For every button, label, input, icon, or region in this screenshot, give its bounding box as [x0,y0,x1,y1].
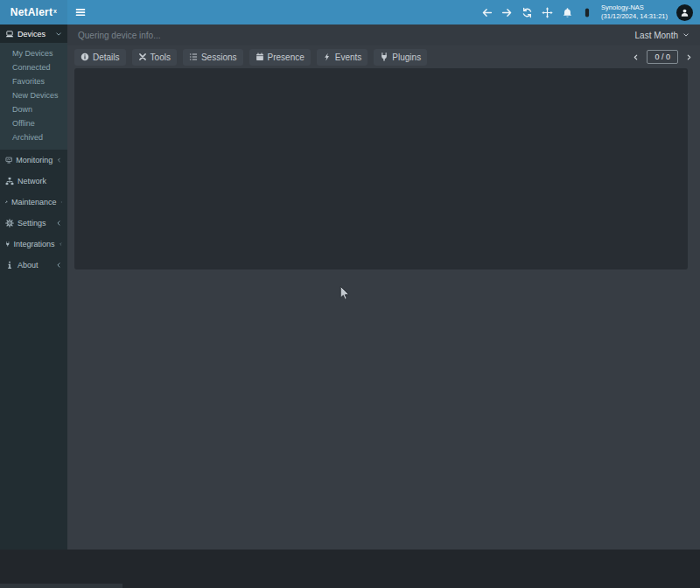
pagination: 0 / 0 [632,50,693,64]
sidebar-item-network[interactable]: Network [0,171,67,192]
tab-events[interactable]: Events [317,49,368,66]
sidebar-item-label: Integrations [14,240,55,248]
gear-icon [5,219,14,228]
tab-plugins[interactable]: Plugins [374,49,427,66]
top-navbar: Synology-NAS (31/12/2024, 14:31:21) [67,0,700,24]
plug-icon [380,52,388,61]
page-prev-icon[interactable] [632,53,640,61]
chart-icon [5,156,12,164]
plug-icon [5,240,10,248]
calendar-icon [256,52,264,61]
sidebar-item-about[interactable]: About [0,255,67,276]
app-logo[interactable]: NetAlertx [0,0,67,24]
back-icon[interactable] [481,7,493,18]
tab-presence[interactable]: Presence [249,49,311,66]
query-row: Quering device info... Last Month [67,24,700,46]
network-icon [5,177,14,186]
tab-label: Details [93,52,120,62]
info-icon [5,261,14,270]
devices-submenu: My Devices Connected Favorites New Devic… [0,43,67,150]
navbar-right-group: Synology-NAS (31/12/2024, 14:31:21) [481,4,693,21]
chevron-down-icon [682,32,690,38]
wrench-icon [5,198,8,206]
sidebar-item-devices[interactable]: Devices [0,24,67,43]
sidebar-item-my-devices[interactable]: My Devices [0,46,67,60]
sidebar-item-monitoring[interactable]: Monitoring [0,150,67,171]
user-avatar[interactable] [676,4,693,21]
main-content: Quering device info... Last Month Detail… [67,24,700,550]
period-selector-value: Last Month [635,31,678,40]
chevron-down-icon [55,31,62,38]
sidebar-item-label: About [18,261,38,270]
sidebar: Devices My Devices Connected Favorites N… [0,24,67,550]
tab-sessions[interactable]: Sessions [183,49,243,66]
sidebar-item-maintenance[interactable]: Maintenance [0,192,67,213]
tab-content-panel [74,68,688,270]
sidebar-toggle-button[interactable] [74,6,87,18]
period-selector[interactable]: Last Month [635,31,690,40]
sidebar-item-label: Maintenance [11,198,57,206]
page-footer [0,550,700,588]
page-counter: 0 / 0 [647,50,678,64]
sidebar-item-integrations[interactable]: Integrations [0,234,67,255]
tools-icon [138,52,147,61]
sidebar-item-label: Monitoring [16,156,52,164]
tab-label: Tools [150,52,171,62]
tab-label: Sessions [201,52,237,62]
chevron-left-icon [60,199,62,206]
bolt-icon [323,52,332,61]
laptop-icon [5,30,14,38]
device-name: Synology-NAS [601,4,668,12]
forward-icon[interactable] [501,7,513,18]
sidebar-item-settings[interactable]: Settings [0,213,67,234]
tab-label: Presence [268,52,304,62]
top-header: NetAlertx Synology-NAS (31/12/2024, 14:3… [0,0,700,24]
bell-icon[interactable] [562,7,573,18]
sidebar-item-new-devices[interactable]: New Devices [0,88,67,102]
chevron-left-icon [55,220,62,227]
device-timestamp: (31/12/2024, 14:31:21) [601,12,668,21]
mouse-cursor [340,285,350,302]
chevron-left-icon [59,241,62,248]
page-next-icon[interactable] [685,53,693,61]
device-icon [582,6,592,19]
sidebar-item-archived[interactable]: Archived [0,130,67,144]
tab-tools[interactable]: Tools [132,49,177,66]
query-status-text: Quering device info... [78,31,161,40]
chevron-left-icon [56,157,62,164]
sidebar-item-label: Settings [18,219,46,228]
tab-label: Events [335,52,362,62]
chevron-left-icon [55,262,62,269]
app-logo-sup: x [53,8,57,14]
sidebar-item-connected[interactable]: Connected [0,60,67,74]
tab-bar: Details Tools Sessions Presence Events P… [67,46,700,68]
move-icon[interactable] [542,7,553,18]
sidebar-item-offline[interactable]: Offline [0,116,67,130]
tab-label: Plugins [392,52,421,62]
current-device-info[interactable]: Synology-NAS (31/12/2024, 14:31:21) [601,4,668,21]
info-circle-icon [80,52,89,61]
app-logo-text: NetAlert [10,6,52,18]
sidebar-item-label: Devices [18,30,46,38]
sidebar-item-label: Network [18,177,46,186]
sidebar-item-down[interactable]: Down [0,102,67,116]
user-icon [680,8,690,18]
refresh-icon[interactable] [522,7,533,18]
list-ol-icon [189,52,198,61]
sidebar-item-favorites[interactable]: Favorites [0,74,67,88]
footer-strip [0,584,122,588]
tab-details[interactable]: Details [74,49,126,66]
